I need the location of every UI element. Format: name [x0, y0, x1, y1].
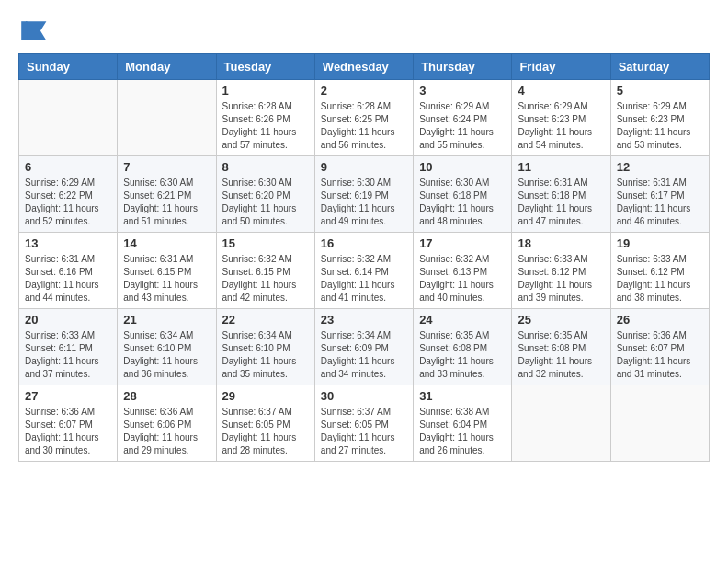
day-number: 15 [222, 236, 309, 250]
day-cell: 5Sunrise: 6:29 AM Sunset: 6:23 PM Daylig… [610, 80, 709, 156]
day-info: Sunrise: 6:32 AM Sunset: 6:14 PM Dayligh… [321, 253, 407, 304]
day-info: Sunrise: 6:31 AM Sunset: 6:15 PM Dayligh… [123, 253, 210, 304]
day-number: 5 [617, 84, 703, 98]
day-cell [512, 385, 610, 462]
day-info: Sunrise: 6:33 AM Sunset: 6:11 PM Dayligh… [25, 329, 111, 381]
day-cell: 2Sunrise: 6:28 AM Sunset: 6:25 PM Daylig… [314, 80, 413, 156]
weekday-thursday: Thursday [414, 54, 512, 80]
day-info: Sunrise: 6:29 AM Sunset: 6:23 PM Dayligh… [518, 100, 604, 152]
week-row-2: 6Sunrise: 6:29 AM Sunset: 6:22 PM Daylig… [19, 156, 710, 233]
week-row-4: 20Sunrise: 6:33 AM Sunset: 6:11 PM Dayli… [19, 309, 710, 385]
day-cell: 12Sunrise: 6:31 AM Sunset: 6:17 PM Dayli… [610, 156, 709, 233]
day-number: 10 [419, 160, 506, 174]
day-number: 11 [518, 160, 604, 174]
day-cell [118, 80, 216, 156]
day-info: Sunrise: 6:28 AM Sunset: 6:25 PM Dayligh… [321, 100, 407, 152]
day-number: 27 [25, 389, 111, 403]
day-info: Sunrise: 6:31 AM Sunset: 6:17 PM Dayligh… [617, 177, 703, 228]
day-info: Sunrise: 6:34 AM Sunset: 6:09 PM Dayligh… [321, 329, 407, 381]
day-number: 18 [518, 236, 604, 250]
day-info: Sunrise: 6:31 AM Sunset: 6:16 PM Dayligh… [25, 253, 111, 304]
day-number: 22 [222, 313, 309, 327]
day-cell: 15Sunrise: 6:32 AM Sunset: 6:15 PM Dayli… [216, 233, 314, 309]
day-cell [19, 80, 118, 156]
day-cell: 21Sunrise: 6:34 AM Sunset: 6:10 PM Dayli… [118, 309, 216, 385]
day-cell: 14Sunrise: 6:31 AM Sunset: 6:15 PM Dayli… [118, 233, 216, 309]
day-number: 8 [222, 160, 309, 174]
day-info: Sunrise: 6:30 AM Sunset: 6:20 PM Dayligh… [222, 177, 309, 228]
day-cell: 3Sunrise: 6:29 AM Sunset: 6:24 PM Daylig… [414, 80, 512, 156]
day-info: Sunrise: 6:30 AM Sunset: 6:21 PM Dayligh… [123, 177, 210, 228]
day-number: 3 [419, 84, 506, 98]
logo-icon [18, 18, 48, 44]
week-row-5: 27Sunrise: 6:36 AM Sunset: 6:07 PM Dayli… [19, 385, 710, 462]
day-number: 14 [123, 236, 210, 250]
weekday-saturday: Saturday [610, 54, 709, 80]
day-cell: 27Sunrise: 6:36 AM Sunset: 6:07 PM Dayli… [19, 385, 118, 462]
day-number: 24 [419, 313, 506, 327]
day-cell: 11Sunrise: 6:31 AM Sunset: 6:18 PM Dayli… [512, 156, 610, 233]
day-cell: 30Sunrise: 6:37 AM Sunset: 6:05 PM Dayli… [314, 385, 413, 462]
day-cell: 13Sunrise: 6:31 AM Sunset: 6:16 PM Dayli… [19, 233, 118, 309]
day-info: Sunrise: 6:33 AM Sunset: 6:12 PM Dayligh… [617, 253, 703, 304]
day-cell: 9Sunrise: 6:30 AM Sunset: 6:19 PM Daylig… [314, 156, 413, 233]
day-number: 19 [617, 236, 703, 250]
day-info: Sunrise: 6:29 AM Sunset: 6:22 PM Dayligh… [25, 177, 111, 228]
day-cell: 29Sunrise: 6:37 AM Sunset: 6:05 PM Dayli… [216, 385, 314, 462]
day-info: Sunrise: 6:37 AM Sunset: 6:05 PM Dayligh… [321, 406, 407, 457]
day-info: Sunrise: 6:36 AM Sunset: 6:06 PM Dayligh… [123, 406, 210, 457]
week-row-1: 1Sunrise: 6:28 AM Sunset: 6:26 PM Daylig… [19, 80, 710, 156]
day-cell [610, 385, 709, 462]
day-info: Sunrise: 6:37 AM Sunset: 6:05 PM Dayligh… [222, 406, 309, 457]
day-cell: 20Sunrise: 6:33 AM Sunset: 6:11 PM Dayli… [19, 309, 118, 385]
svg-rect-2 [21, 21, 27, 40]
day-number: 1 [222, 84, 309, 98]
day-number: 2 [321, 84, 407, 98]
day-info: Sunrise: 6:36 AM Sunset: 6:07 PM Dayligh… [617, 329, 703, 381]
day-number: 29 [222, 389, 309, 403]
day-cell: 28Sunrise: 6:36 AM Sunset: 6:06 PM Dayli… [118, 385, 216, 462]
day-number: 17 [419, 236, 506, 250]
day-info: Sunrise: 6:36 AM Sunset: 6:07 PM Dayligh… [25, 406, 111, 457]
day-cell: 1Sunrise: 6:28 AM Sunset: 6:26 PM Daylig… [216, 80, 314, 156]
weekday-tuesday: Tuesday [216, 54, 314, 80]
day-info: Sunrise: 6:35 AM Sunset: 6:08 PM Dayligh… [518, 329, 604, 381]
day-number: 7 [123, 160, 210, 174]
day-number: 6 [25, 160, 111, 174]
weekday-sunday: Sunday [19, 54, 118, 80]
day-number: 12 [617, 160, 703, 174]
day-cell: 18Sunrise: 6:33 AM Sunset: 6:12 PM Dayli… [512, 233, 610, 309]
day-number: 9 [321, 160, 407, 174]
day-info: Sunrise: 6:28 AM Sunset: 6:26 PM Dayligh… [222, 100, 309, 152]
day-number: 20 [25, 313, 111, 327]
day-number: 16 [321, 236, 407, 250]
day-info: Sunrise: 6:29 AM Sunset: 6:24 PM Dayligh… [419, 100, 506, 152]
day-cell: 22Sunrise: 6:34 AM Sunset: 6:10 PM Dayli… [216, 309, 314, 385]
day-cell: 24Sunrise: 6:35 AM Sunset: 6:08 PM Dayli… [414, 309, 512, 385]
weekday-friday: Friday [512, 54, 610, 80]
day-cell: 26Sunrise: 6:36 AM Sunset: 6:07 PM Dayli… [610, 309, 709, 385]
day-info: Sunrise: 6:38 AM Sunset: 6:04 PM Dayligh… [419, 406, 506, 457]
day-info: Sunrise: 6:30 AM Sunset: 6:18 PM Dayligh… [419, 177, 506, 228]
day-number: 4 [518, 84, 604, 98]
weekday-wednesday: Wednesday [314, 54, 413, 80]
day-cell: 17Sunrise: 6:32 AM Sunset: 6:13 PM Dayli… [414, 233, 512, 309]
day-number: 23 [321, 313, 407, 327]
calendar-table: SundayMondayTuesdayWednesdayThursdayFrid… [18, 53, 710, 462]
day-number: 21 [123, 313, 210, 327]
day-cell: 4Sunrise: 6:29 AM Sunset: 6:23 PM Daylig… [512, 80, 610, 156]
day-info: Sunrise: 6:32 AM Sunset: 6:13 PM Dayligh… [419, 253, 506, 304]
day-cell: 25Sunrise: 6:35 AM Sunset: 6:08 PM Dayli… [512, 309, 610, 385]
day-cell: 10Sunrise: 6:30 AM Sunset: 6:18 PM Dayli… [414, 156, 512, 233]
logo [18, 18, 51, 44]
day-cell: 8Sunrise: 6:30 AM Sunset: 6:20 PM Daylig… [216, 156, 314, 233]
weekday-monday: Monday [118, 54, 216, 80]
day-cell: 23Sunrise: 6:34 AM Sunset: 6:09 PM Dayli… [314, 309, 413, 385]
day-info: Sunrise: 6:31 AM Sunset: 6:18 PM Dayligh… [518, 177, 604, 228]
calendar-header: SundayMondayTuesdayWednesdayThursdayFrid… [19, 54, 710, 80]
day-info: Sunrise: 6:35 AM Sunset: 6:08 PM Dayligh… [419, 329, 506, 381]
day-info: Sunrise: 6:34 AM Sunset: 6:10 PM Dayligh… [123, 329, 210, 381]
day-number: 31 [419, 389, 506, 403]
day-cell: 7Sunrise: 6:30 AM Sunset: 6:21 PM Daylig… [118, 156, 216, 233]
day-cell: 31Sunrise: 6:38 AM Sunset: 6:04 PM Dayli… [414, 385, 512, 462]
